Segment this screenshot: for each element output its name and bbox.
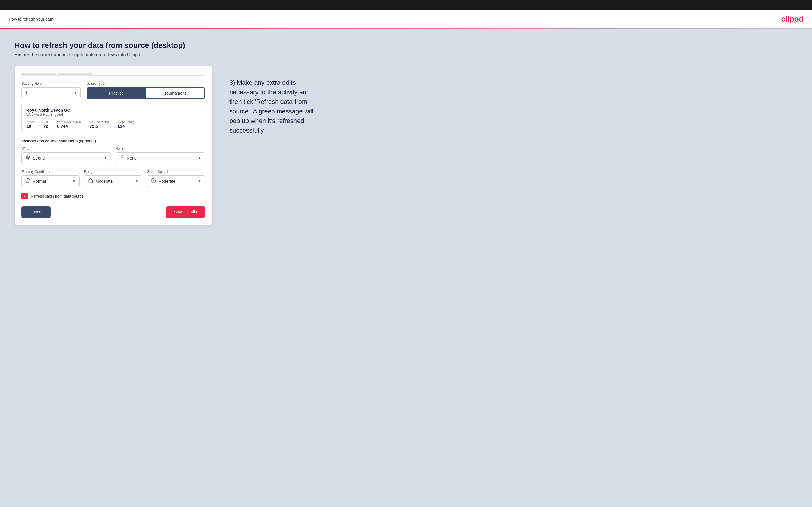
rain-value: None <box>127 156 198 160</box>
tab-placeholder-2 <box>57 73 92 75</box>
side-text: 3) Make any extra edits necessary to the… <box>230 78 316 135</box>
form-card: Starting Hole 1 10 ▼ Game Type Practice … <box>14 66 212 225</box>
game-type-label: Game Type <box>87 81 205 86</box>
par-stat: Par 72 <box>43 120 48 128</box>
fairway-value: Normal <box>33 179 72 184</box>
green-speed-dropdown[interactable]: Moderate ▼ <box>147 175 205 187</box>
page-subtitle: Ensure the correct and most up to date d… <box>14 52 798 57</box>
header: How to refresh your data clippd <box>0 10 812 29</box>
tournament-button[interactable]: Tournament <box>146 88 204 98</box>
course-card: Royal North Devon GC, Westward Ho!, Engl… <box>21 104 205 133</box>
page-title: How to refresh your data from source (de… <box>14 41 798 50</box>
course-rating-value: 72.5 <box>90 123 109 128</box>
holes-stat: Holes 18 <box>27 120 35 128</box>
rain-group: Rain None ▼ <box>115 147 205 164</box>
fairway-label: Fairway Conditions <box>21 170 80 174</box>
fairway-chevron-icon: ▼ <box>72 179 76 183</box>
wind-value: Strong <box>33 156 104 160</box>
svg-point-0 <box>121 156 123 158</box>
slope-rating-value: 134 <box>117 123 135 128</box>
rough-label: Rough <box>84 170 142 174</box>
starting-hole-label: Starting Hole <box>21 81 81 86</box>
fairway-icon <box>25 178 31 184</box>
green-speed-chevron-icon: ▼ <box>198 179 201 183</box>
rough-dropdown[interactable]: Moderate ▼ <box>84 175 142 187</box>
course-location: Westward Ho!, England <box>27 113 200 117</box>
fairway-dropdown[interactable]: Normal ▼ <box>21 175 80 187</box>
practice-button[interactable]: Practice <box>87 88 146 98</box>
button-row: Cancel Save Details <box>21 206 205 218</box>
wind-icon <box>25 155 31 161</box>
yards-label: Yards/White (M)) <box>57 120 81 123</box>
holes-label: Holes <box>27 120 35 123</box>
starting-hole-select-wrapper: 1 10 ▼ <box>21 87 81 98</box>
header-title: How to refresh your data <box>9 17 53 21</box>
save-button[interactable]: Save Details <box>166 206 205 218</box>
holes-value: 18 <box>27 123 35 128</box>
green-speed-label: Green Speed <box>147 170 205 174</box>
wind-dropdown[interactable]: Strong ▼ <box>21 152 111 164</box>
refresh-checkbox-row: ✓ Refresh shots from data source <box>21 193 205 199</box>
starting-hole-select[interactable]: 1 10 <box>21 87 81 98</box>
course-name: Royal North Devon GC, <box>27 108 200 113</box>
green-speed-icon <box>151 178 156 184</box>
game-type-group: Game Type Practice Tournament <box>87 81 205 99</box>
course-stats: Holes 18 Par 72 Yards/White (M)) 6,744 C… <box>27 120 200 128</box>
course-rating-stat: Course rating 72.5 <box>90 120 109 128</box>
wind-rain-grid: Wind Strong ▼ Rain <box>21 147 205 164</box>
check-mark-icon: ✓ <box>23 194 27 199</box>
refresh-label: Refresh shots from data source <box>31 194 83 199</box>
green-speed-value: Moderate <box>158 179 198 184</box>
tab-placeholder-1 <box>21 73 56 75</box>
course-rating-label: Course rating <box>90 120 109 123</box>
green-speed-group: Green Speed Moderate ▼ <box>147 170 205 187</box>
conditions-title: Weather and course conditions (optional) <box>21 138 205 143</box>
slope-rating-label: Slope rating <box>117 120 135 123</box>
logo: clippd <box>781 14 803 24</box>
conditions-grid: Fairway Conditions Normal ▼ Rough <box>21 170 205 187</box>
rain-label: Rain <box>115 147 205 151</box>
fairway-group: Fairway Conditions Normal ▼ <box>21 170 80 187</box>
rain-dropdown[interactable]: None ▼ <box>115 152 205 164</box>
yards-value: 6,744 <box>57 123 81 128</box>
wind-chevron-icon: ▼ <box>104 156 107 160</box>
par-value: 72 <box>43 123 48 128</box>
rain-chevron-icon: ▼ <box>198 156 201 160</box>
rough-value: Moderate <box>96 179 135 184</box>
par-label: Par <box>43 120 48 123</box>
content-area: Starting Hole 1 10 ▼ Game Type Practice … <box>14 66 798 225</box>
tab-stub <box>21 73 205 76</box>
main-content: How to refresh your data from source (de… <box>0 29 812 507</box>
top-bar <box>0 0 812 10</box>
rough-icon <box>88 178 93 184</box>
game-type-buttons: Practice Tournament <box>87 87 205 99</box>
wind-label: Wind <box>21 147 111 151</box>
rough-group: Rough Moderate ▼ <box>84 170 142 187</box>
wind-group: Wind Strong ▼ <box>21 147 111 164</box>
side-description: 3) Make any extra edits necessary to the… <box>230 66 316 135</box>
rain-icon <box>119 155 124 161</box>
starting-hole-group: Starting Hole 1 10 ▼ <box>21 81 81 99</box>
rough-chevron-icon: ▼ <box>135 179 139 183</box>
top-form-row: Starting Hole 1 10 ▼ Game Type Practice … <box>21 81 205 99</box>
slope-rating-stat: Slope rating 134 <box>117 120 135 128</box>
cancel-button[interactable]: Cancel <box>21 206 51 218</box>
refresh-checkbox[interactable]: ✓ <box>21 193 28 199</box>
yards-stat: Yards/White (M)) 6,744 <box>57 120 81 128</box>
